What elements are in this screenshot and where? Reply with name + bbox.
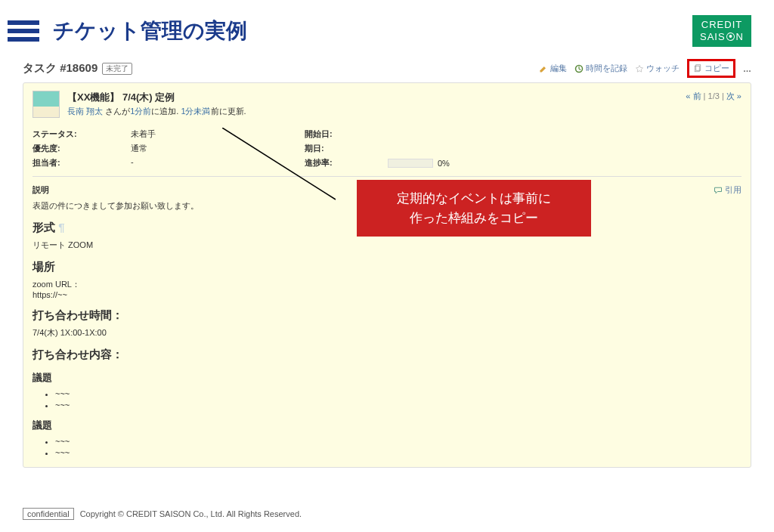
annotation-callout: 定期的なイベントは事前に 作った枠組みをコピー [357, 180, 591, 237]
start-date-label: 開始日: [305, 128, 380, 140]
brand-logo: CREDIT SAIS⦿N [692, 15, 751, 47]
star-icon [635, 64, 644, 73]
start-date-value [388, 128, 577, 140]
next-link[interactable]: 次 » [726, 91, 741, 101]
copyright: Copyright © CREDIT SAISON Co., Ltd. All … [80, 509, 302, 518]
progress-label: 進捗率: [305, 157, 380, 169]
priority-value: 通常 [131, 143, 297, 154]
task-id: タスク #18609 [23, 61, 98, 76]
prev-link[interactable]: « 前 [686, 91, 701, 101]
description-label: 説明 [33, 184, 49, 196]
progress-value: 0% [438, 159, 450, 168]
assignee-value: - [131, 157, 297, 169]
assignee-label: 担当者: [33, 157, 123, 169]
ticket-card: 【XX機能】 7/4(木) 定例 長南 翔太 さんが1分前に追加. 1分未満前に… [23, 82, 751, 468]
log-time-button[interactable]: 時間を記録 [574, 63, 627, 74]
priority-label: 優先度: [33, 143, 123, 154]
status-badge: 未完了 [102, 63, 132, 75]
copy-button[interactable]: コピー [693, 63, 729, 74]
description-body: 表題の件につきまして参加お願い致します。 形式 ¶ リモート ZOOM 場所 z… [33, 200, 741, 457]
due-date-value [388, 143, 577, 154]
progress-bar [388, 159, 433, 168]
avatar [33, 91, 60, 118]
more-actions[interactable]: … [743, 64, 751, 73]
pencil-icon [539, 64, 548, 73]
ticket-meta: 長南 翔太 さんが1分前に追加. 1分未満前に更新. [67, 106, 246, 117]
page-header: チケット管理の実例 CREDIT SAIS⦿N [0, 0, 774, 54]
page-title: チケット管理の実例 [53, 17, 247, 45]
confidential-badge: confidential [23, 508, 74, 520]
quote-button[interactable]: 引用 [714, 184, 741, 196]
copy-button-highlighted: コピー [687, 59, 735, 78]
edit-button[interactable]: 編集 [539, 63, 567, 74]
ticket-header-row: タスク #18609 未完了 編集 時間を記録 ウォッチ [23, 54, 751, 82]
speech-icon [714, 186, 723, 195]
hamburger-icon[interactable] [8, 20, 39, 42]
ticket-title: 【XX機能】 7/4(木) 定例 [67, 91, 246, 104]
due-date-label: 期日: [305, 143, 380, 154]
status-label: ステータス: [33, 128, 123, 140]
ticket-nav: « 前 | 1/3 | 次 » [686, 91, 741, 102]
status-value: 未着手 [131, 128, 297, 140]
clock-icon [574, 64, 584, 73]
copy-icon [693, 64, 702, 73]
watch-button[interactable]: ウォッチ [635, 63, 680, 74]
footer: confidential Copyright © CREDIT SAISON C… [23, 508, 302, 520]
